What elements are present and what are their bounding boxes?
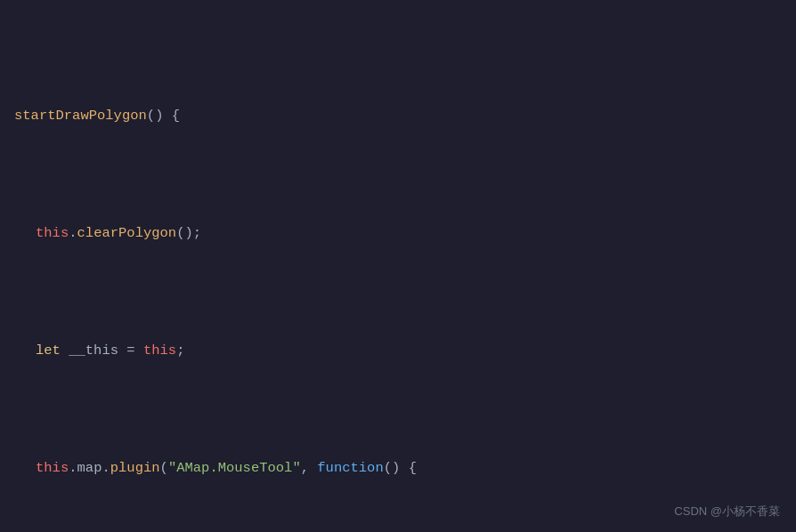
code-line-2: this.clearPolygon(); bbox=[14, 222, 782, 245]
watermark: CSDN @小杨不香菜 bbox=[674, 504, 780, 520]
code-container: startDrawPolygon() { this.clearPolygon()… bbox=[0, 0, 796, 532]
code-line-4: this.map.plugin("AMap.MouseTool", functi… bbox=[14, 456, 782, 480]
code-line-1: startDrawPolygon() { bbox=[14, 104, 782, 127]
code-line-3: let __this = this; bbox=[14, 339, 782, 362]
code-block: startDrawPolygon() { this.clearPolygon()… bbox=[14, 11, 782, 532]
